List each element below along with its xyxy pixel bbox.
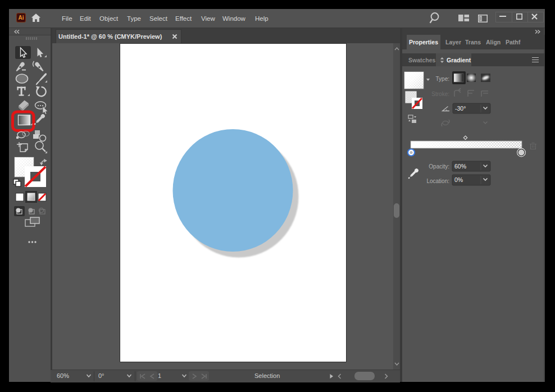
svg-text:Stroke:: Stroke: [431,91,449,97]
svg-text:-30°: -30° [455,105,466,112]
svg-text:0%: 0% [454,176,463,183]
svg-text:60%: 60% [454,163,466,170]
svg-text:Location:: Location: [426,178,449,184]
svg-text:Type:: Type: [436,76,449,82]
svg-text:Opacity:: Opacity: [429,163,449,170]
